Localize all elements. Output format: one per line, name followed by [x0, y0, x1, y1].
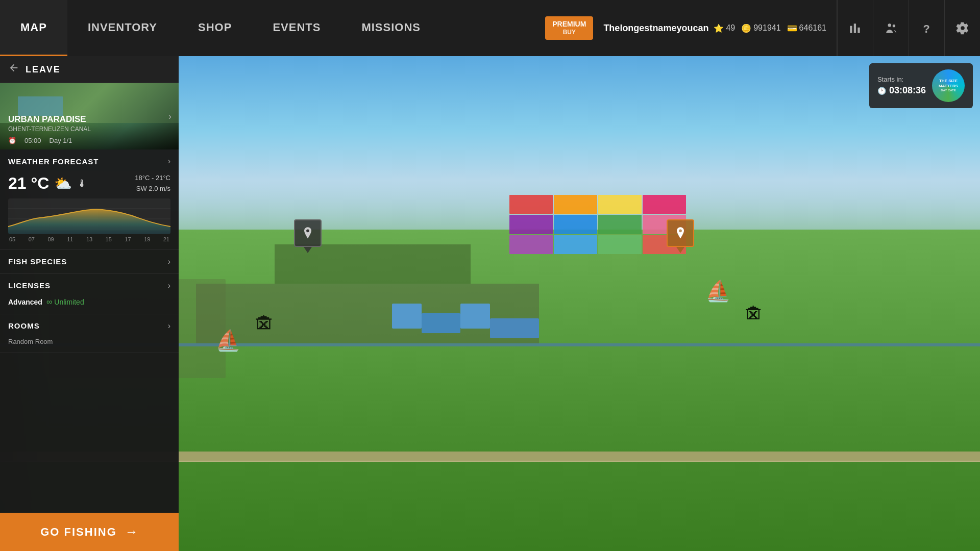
svg-rect-1 [853, 23, 855, 33]
weather-body: 21 °C ⛅ 🌡 18°C - 21°C SW 2.0 m/s [0, 173, 179, 249]
cloud-icon: ⛅ [54, 175, 72, 192]
thermometer-icon: 🌡 [77, 178, 87, 189]
username: Thelongestnameyoucan [603, 23, 708, 34]
go-fishing-button[interactable]: GO FISHING → [0, 513, 179, 551]
tulip-strip [643, 195, 686, 214]
event-card: Starts in: 🕐 03:08:36 THE SIZE MATTERS D… [869, 63, 973, 108]
people-icon-button[interactable] [873, 0, 909, 56]
svg-rect-2 [857, 28, 860, 33]
tulip-strip [509, 195, 553, 214]
location-info: URBAN PARADISE GHENT-TERNEUZEN CANAL ⏰ 0… [0, 109, 179, 149]
coin1-icon: 🪙 [741, 23, 751, 33]
fish-species-title: FISH SPECIES [8, 257, 67, 266]
svg-point-9 [679, 230, 682, 233]
location-name: URBAN PARADISE [8, 114, 170, 124]
weather-chart [8, 198, 170, 234]
weather-left: 21 °C ⛅ 🌡 [8, 174, 87, 193]
map-marker-1[interactable] [294, 219, 322, 253]
settings-icon-button[interactable] [944, 0, 980, 56]
alarm-icon: ⏰ [8, 137, 16, 144]
weather-main: 21 °C ⛅ 🌡 18°C - 21°C SW 2.0 m/s [8, 173, 170, 194]
rooms-content: Random Room [0, 338, 179, 353]
top-navigation: MAP INVENTORY SHOP EVENTS MISSIONS PREMI… [0, 0, 980, 56]
svg-point-4 [892, 24, 895, 27]
sidebar-spacer [0, 353, 179, 513]
wind-info: SW 2.0 m/s [135, 184, 170, 194]
star-stat: ⭐ 49 [714, 23, 735, 33]
nav-icons: ? [837, 0, 980, 56]
tulip-strip [509, 215, 553, 234]
location-card[interactable]: URBAN PARADISE GHENT-TERNEUZEN CANAL ⏰ 0… [0, 83, 179, 149]
premium-button[interactable]: PREMIUM BUY [545, 16, 593, 40]
weather-chevron: › [168, 157, 170, 166]
coin2-stat: 💳 646161 [787, 23, 826, 33]
event-timer: 🕐 03:08:36 [877, 85, 926, 96]
leave-button[interactable]: LEAVE [0, 56, 179, 83]
windmill-1: ⛵ [215, 329, 241, 353]
go-fishing-arrow-icon: → [125, 524, 138, 540]
day-value: Day 1/1 [50, 137, 72, 144]
temp-range: 18°C - 21°C [135, 173, 170, 184]
licenses-section[interactable]: LICENSES › Advanced ∞ Unlimited [0, 274, 179, 314]
license-status: ∞ Unlimited [46, 297, 84, 307]
location-chevron: › [168, 111, 172, 122]
tab-missions[interactable]: MISSIONS [341, 0, 441, 56]
event-starts-label: Starts in: [877, 76, 926, 83]
tulip-strip [509, 235, 553, 254]
licenses-header[interactable]: LICENSES › [0, 274, 179, 297]
weather-header[interactable]: WEATHER FORECAST › [0, 149, 179, 173]
nav-tabs: MAP INVENTORY SHOP EVENTS MISSIONS [0, 0, 545, 56]
leave-label: LEAVE [26, 64, 61, 75]
time-value: 05:00 [24, 137, 41, 144]
help-icon-button[interactable]: ? [909, 0, 944, 56]
back-icon [8, 62, 19, 77]
tab-events[interactable]: EVENTS [252, 0, 341, 56]
coin1-stat: 🪙 991941 [741, 23, 780, 33]
chart-icon-button[interactable] [837, 0, 873, 56]
rooms-header[interactable]: ROOMS › [0, 314, 179, 338]
windmill-2: 🏚 [255, 313, 274, 335]
rooms-chevron: › [168, 321, 170, 331]
tulip-strip [598, 235, 642, 254]
windmill-3: ⛵ [705, 279, 731, 303]
tulip-strip [554, 235, 597, 254]
room-name: Random Room [8, 338, 170, 345]
marker-box-2[interactable] [667, 219, 694, 247]
weather-section[interactable]: WEATHER FORECAST › 21 °C ⛅ 🌡 18°C - 21°C… [0, 149, 179, 250]
temperature: 21 °C [8, 174, 49, 193]
svg-point-3 [888, 23, 891, 27]
star-icon: ⭐ [714, 23, 724, 33]
marker-tail-2 [676, 247, 684, 253]
fish-species-section[interactable]: FISH SPECIES › [0, 250, 179, 274]
rooms-title: ROOMS [8, 321, 40, 330]
clock-icon: 🕐 [877, 87, 886, 95]
license-content: Advanced ∞ Unlimited [0, 297, 179, 314]
event-badge[interactable]: THE SIZE MATTERS DAY CATE [932, 69, 965, 102]
event-badge-text: THE SIZE MATTERS DAY CATE [939, 79, 958, 93]
licenses-title: LICENSES [8, 281, 51, 290]
marker-box-1[interactable] [294, 219, 322, 247]
tulip-strip [554, 215, 597, 234]
tulip-strip [598, 215, 642, 234]
weather-right: 18°C - 21°C SW 2.0 m/s [135, 173, 170, 194]
fish-species-header[interactable]: FISH SPECIES › [0, 250, 179, 273]
rooms-section[interactable]: ROOMS › Random Room [0, 314, 179, 353]
windmill-4: 🏚 [745, 304, 763, 325]
svg-text:?: ? [923, 22, 929, 35]
marker-tail-1 [304, 247, 312, 253]
licenses-chevron: › [168, 281, 170, 290]
tab-map[interactable]: MAP [0, 0, 67, 56]
svg-point-7 [306, 230, 309, 233]
sidebar: LEAVE URBAN PARADISE GHENT-TERNEUZEN CAN… [0, 56, 179, 551]
map-marker-2[interactable] [667, 219, 694, 253]
license-type: Advanced [8, 298, 42, 306]
go-fishing-label: GO FISHING [40, 525, 117, 539]
tab-inventory[interactable]: INVENTORY [67, 0, 178, 56]
tulip-strip [598, 195, 642, 214]
tab-shop[interactable]: SHOP [178, 0, 252, 56]
tulip-strip [554, 195, 597, 214]
weather-title: WEATHER FORECAST [8, 157, 99, 166]
location-time: ⏰ 05:00 Day 1/1 [8, 137, 170, 144]
chart-svg [8, 198, 170, 234]
svg-rect-0 [850, 26, 852, 33]
